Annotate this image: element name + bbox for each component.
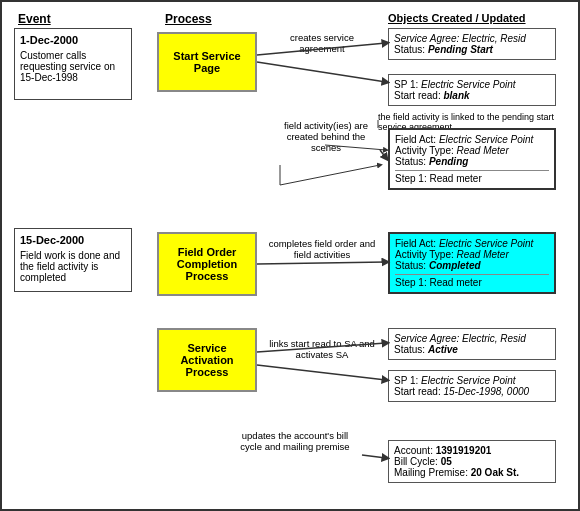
obj4-step: Step 1: Read meter — [395, 274, 549, 288]
svg-line-1 — [257, 62, 386, 82]
note-updates: updates the account's bill cycle and mai… — [230, 430, 360, 452]
event-header: Event — [18, 12, 51, 26]
obj5-status: Active — [428, 344, 458, 355]
field-order-process: Field Order Completion Process — [157, 232, 257, 296]
event-2-desc: Field work is done and the field activit… — [20, 250, 126, 283]
obj6-line1: Electric Service Point — [421, 375, 515, 386]
svg-line-10 — [280, 165, 380, 185]
start-service-label: Start Service Page — [163, 50, 251, 74]
obj5-line1: Service Agree: Electric, Resid — [394, 333, 526, 344]
event-2-date: 15-Dec-2000 — [20, 234, 126, 246]
obj2-line1: Electric Service Point — [421, 79, 515, 90]
obj3-sp: Electric Service Point — [439, 134, 533, 145]
obj3-step: Step 1: Read meter — [395, 170, 549, 184]
service-activation-label: Service Activation Process — [163, 342, 251, 378]
obj-field-act-completed: Field Act: Electric Service Point Activi… — [388, 232, 556, 294]
start-service-process: Start Service Page — [157, 32, 257, 92]
service-activation-process: Service Activation Process — [157, 328, 257, 392]
obj1-status: Pending Start — [428, 44, 493, 55]
svg-line-4 — [257, 262, 386, 264]
event-1-desc: Customer calls requesting service on 15-… — [20, 50, 126, 83]
obj-field-act-pending: Field Act: Electric Service Point Activi… — [388, 128, 556, 190]
obj2-blank: blank — [443, 90, 469, 101]
obj-service-agree-active: Service Agree: Electric, Resid Status: A… — [388, 328, 556, 360]
note-links: links start read to SA and activates SA — [266, 338, 378, 360]
note-field-activity: field activity(ies) are created behind t… — [272, 120, 380, 153]
obj3-type: Read Meter — [457, 145, 509, 156]
obj-service-agree-pending: Service Agree: Electric, Resid Status: P… — [388, 28, 556, 60]
obj4-status: Completed — [429, 260, 481, 271]
svg-line-2 — [380, 150, 386, 158]
obj7-billcycle: 05 — [441, 456, 452, 467]
obj-sp1-blank: SP 1: Electric Service Point Start read:… — [388, 74, 556, 106]
obj6-date: 15-Dec-1998, 0000 — [443, 386, 529, 397]
obj7-account: 1391919201 — [436, 445, 492, 456]
diagram-container: Event Process Objects Created / Updated … — [0, 0, 580, 511]
obj-account: Account: 1391919201 Bill Cycle: 05 Maili… — [388, 440, 556, 483]
event-box-2: 15-Dec-2000 Field work is done and the f… — [14, 228, 132, 292]
obj3-status: Pending — [429, 156, 468, 167]
note-creates-sa: creates service agreement — [272, 32, 372, 54]
svg-line-6 — [257, 365, 386, 380]
field-order-label: Field Order Completion Process — [163, 246, 251, 282]
objects-header: Objects Created / Updated — [388, 12, 526, 24]
note-completes: completes field order and field activiti… — [268, 238, 376, 260]
obj7-premise: 20 Oak St. — [471, 467, 519, 478]
obj1-line1: Service Agree: Electric, Resid — [394, 33, 526, 44]
obj4-type: Read Meter — [457, 249, 509, 260]
event-1-date: 1-Dec-2000 — [20, 34, 126, 46]
diagram: Event Process Objects Created / Updated … — [10, 10, 574, 505]
process-header: Process — [165, 12, 212, 26]
obj-sp1-date: SP 1: Electric Service Point Start read:… — [388, 370, 556, 402]
event-box-1: 1-Dec-2000 Customer calls requesting ser… — [14, 28, 132, 100]
obj4-sp: Electric Service Point — [439, 238, 533, 249]
svg-line-7 — [362, 455, 386, 458]
